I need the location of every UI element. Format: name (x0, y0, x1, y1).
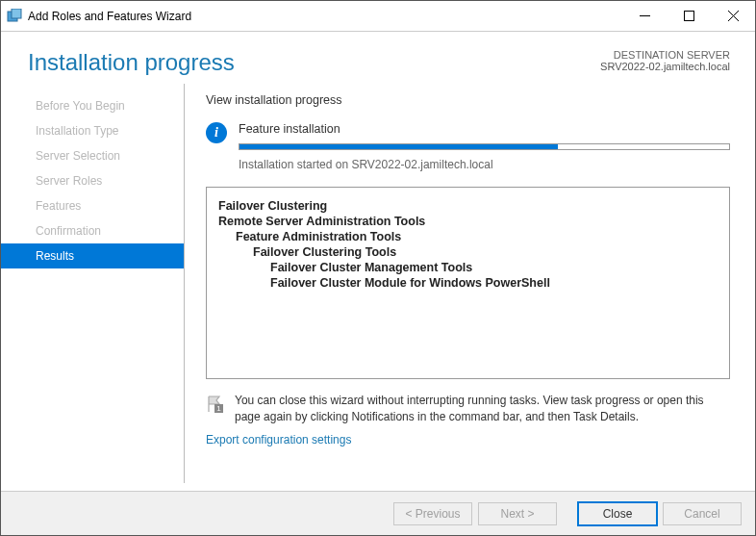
destination-value: SRV2022-02.jamiltech.local (600, 61, 730, 72)
cancel-button: Cancel (663, 502, 742, 525)
close-button[interactable] (711, 1, 755, 32)
svg-rect-1 (12, 9, 21, 18)
window-controls (622, 1, 755, 32)
note-row: 1 You can close this wizard without inte… (206, 393, 730, 425)
maximize-button[interactable] (667, 1, 711, 32)
previous-button: < Previous (393, 502, 472, 525)
export-link[interactable]: Export configuration settings (206, 433, 730, 447)
minimize-button[interactable] (622, 1, 667, 32)
note-text: You can close this wizard without interr… (235, 393, 730, 425)
feature-item: Failover Cluster Module for Windows Powe… (270, 276, 718, 290)
feature-list: Failover ClusteringRemote Server Adminis… (206, 187, 730, 379)
info-icon: i (206, 122, 227, 143)
sidebar-item-server-roles: Server Roles (1, 168, 184, 193)
feature-item: Feature Administration Tools (236, 230, 718, 243)
progress-row: i Feature installation Installation star… (206, 122, 730, 171)
svg-text:1: 1 (216, 404, 221, 413)
sidebar-item-features: Features (1, 193, 184, 218)
next-button: Next > (478, 502, 557, 525)
page-title: Installation progress (28, 49, 235, 76)
section-title: View installation progress (206, 93, 730, 107)
feature-label: Feature installation (239, 122, 730, 136)
feature-item: Failover Clustering (218, 199, 718, 213)
progress-fill (239, 144, 558, 149)
sidebar-item-results[interactable]: Results (1, 243, 184, 268)
content: Before You BeginInstallation TypeServer … (1, 84, 755, 483)
close-wizard-button[interactable]: Close (578, 502, 657, 525)
destination-info: DESTINATION SERVER SRV2022-02.jamiltech.… (600, 49, 730, 76)
sidebar: Before You BeginInstallation TypeServer … (1, 84, 184, 483)
progress-bar (239, 143, 730, 150)
app-icon (7, 9, 22, 24)
window-title: Add Roles and Features Wizard (28, 10, 622, 23)
feature-item: Failover Cluster Management Tools (270, 261, 718, 274)
titlebar: Add Roles and Features Wizard (1, 1, 755, 32)
feature-item: Remote Server Administration Tools (218, 215, 718, 228)
sidebar-item-before-you-begin: Before You Begin (1, 93, 184, 118)
header: Installation progress DESTINATION SERVER… (1, 32, 755, 84)
feature-item: Failover Clustering Tools (253, 245, 718, 259)
footer: < Previous Next > Close Cancel (1, 491, 755, 535)
progress-block: Feature installation Installation starte… (239, 122, 730, 171)
flag-icon: 1 (206, 395, 225, 414)
main-panel: View installation progress i Feature ins… (184, 84, 755, 483)
progress-message: Installation started on SRV2022-02.jamil… (239, 158, 730, 171)
sidebar-item-server-selection: Server Selection (1, 143, 184, 168)
sidebar-item-confirmation: Confirmation (1, 218, 184, 243)
sidebar-item-installation-type: Installation Type (1, 118, 184, 143)
svg-rect-3 (684, 12, 693, 21)
destination-label: DESTINATION SERVER (600, 49, 730, 61)
